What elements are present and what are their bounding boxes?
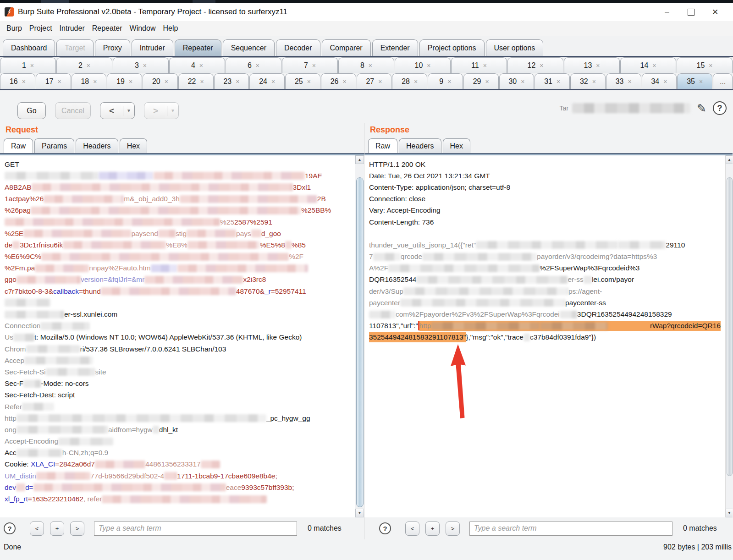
repeater-tab-1[interactable]: 1× (0, 57, 56, 73)
close-tab-icon[interactable]: × (312, 62, 316, 69)
minimize-button[interactable]: – (662, 7, 672, 16)
close-tab-icon[interactable]: × (129, 78, 132, 85)
scrollbar-thumb[interactable] (356, 177, 364, 507)
forward-split-button[interactable]: > ▼ (144, 102, 179, 119)
search-help-icon[interactable]: ? (379, 522, 391, 534)
tab-dashboard[interactable]: Dashboard (3, 39, 55, 56)
forward-dropdown-icon[interactable]: ▼ (167, 108, 178, 113)
repeater-tab-12[interactable]: 12× (507, 57, 563, 73)
close-tab-icon[interactable]: × (342, 78, 346, 85)
menu-help[interactable]: Help (159, 22, 182, 34)
close-tab-icon[interactable]: × (87, 62, 90, 69)
menu-project[interactable]: Project (26, 22, 56, 34)
scroll-up-icon[interactable]: ▲ (355, 155, 364, 164)
close-tab-icon[interactable]: × (256, 62, 259, 69)
repeater-tab-19[interactable]: 19× (107, 73, 142, 89)
tab-comparer[interactable]: Comparer (322, 39, 371, 56)
repeater-tab-30[interactable]: 30× (499, 73, 535, 89)
repeater-tab-25[interactable]: 25× (285, 73, 320, 89)
request-tab-headers[interactable]: Headers (76, 138, 118, 153)
repeater-tab-8[interactable]: 8× (338, 57, 394, 73)
tab-sequencer[interactable]: Sequencer (223, 39, 275, 56)
repeater-tab-29[interactable]: 29× (463, 73, 499, 89)
scroll-down-icon[interactable]: ▼ (355, 509, 364, 517)
menu-repeater[interactable]: Repeater (88, 22, 126, 34)
request-tab-raw[interactable]: Raw (4, 138, 33, 153)
repeater-tab-6[interactable]: 6× (226, 57, 281, 73)
close-tab-icon[interactable]: × (165, 78, 168, 85)
request-editor[interactable]: GET19AEA8B2AB3Dxl11actpay%26m&_obj_add0_… (0, 155, 364, 517)
go-button[interactable]: Go (17, 102, 46, 119)
repeater-tab-3[interactable]: 3× (113, 57, 169, 73)
tab-repeater[interactable]: Repeater (175, 39, 221, 56)
maximize-button[interactable] (688, 9, 694, 16)
repeater-tab-28[interactable]: 28× (392, 73, 427, 89)
menu-burp[interactable]: Burp (3, 22, 26, 34)
repeater-tab-11[interactable]: 11× (451, 57, 507, 73)
back-dropdown-icon[interactable]: ▼ (123, 108, 134, 113)
close-tab-icon[interactable]: × (143, 62, 147, 69)
tab-user-options[interactable]: User options (486, 39, 544, 56)
close-tab-icon[interactable]: × (699, 78, 703, 85)
menu-intruder[interactable]: Intruder (56, 22, 88, 34)
search-input[interactable] (94, 522, 297, 536)
close-tab-icon[interactable]: × (22, 78, 26, 85)
close-tab-icon[interactable]: × (378, 78, 382, 85)
close-tab-icon[interactable]: × (199, 62, 203, 69)
scroll-up-icon[interactable]: ▲ (726, 155, 733, 164)
repeater-tab-7[interactable]: 7× (282, 57, 338, 73)
repeater-tab-20[interactable]: 20× (143, 73, 178, 89)
repeater-tab-34[interactable]: 34× (642, 73, 677, 89)
request-tab-params[interactable]: Params (34, 138, 74, 153)
close-button[interactable]: ✕ (710, 7, 720, 17)
close-tab-icon[interactable]: × (592, 78, 596, 85)
back-arrow[interactable]: < (100, 106, 123, 116)
menu-window[interactable]: Window (126, 22, 160, 34)
search-input[interactable] (469, 522, 672, 536)
help-icon[interactable]: ? (713, 101, 727, 115)
response-editor[interactable]: HTTP/1.1 200 OKDate: Tue, 26 Oct 2021 13… (364, 155, 733, 517)
repeater-tab-10[interactable]: 10× (395, 57, 451, 73)
tab-proxy[interactable]: Proxy (95, 39, 130, 56)
search-case-button[interactable]: + (50, 522, 64, 536)
close-tab-icon[interactable]: × (57, 78, 61, 85)
close-tab-icon[interactable]: × (427, 62, 430, 69)
repeater-tab-35[interactable]: 35× (677, 73, 712, 89)
tab-intruder[interactable]: Intruder (132, 39, 173, 56)
edit-target-icon[interactable]: ✎ (697, 102, 706, 115)
repeater-tab-24[interactable]: 24× (249, 73, 285, 89)
scroll-down-icon[interactable]: ▼ (726, 509, 733, 517)
response-tab-raw[interactable]: Raw (368, 138, 397, 153)
repeater-tab-13[interactable]: 13× (564, 57, 620, 73)
repeater-tab-9[interactable]: 9× (428, 73, 463, 89)
response-scrollbar[interactable]: ▲ ▼ (725, 155, 733, 517)
close-tab-icon[interactable]: × (483, 62, 487, 69)
search-help-icon[interactable]: ? (4, 522, 16, 534)
close-tab-icon[interactable]: × (663, 78, 667, 85)
search-prev-button[interactable]: < (405, 522, 419, 536)
repeater-tab-18[interactable]: 18× (72, 73, 107, 89)
search-next-button[interactable]: > (70, 522, 84, 536)
repeater-tab-26[interactable]: 26× (321, 73, 356, 89)
close-tab-icon[interactable]: × (557, 78, 560, 85)
repeater-tab-22[interactable]: 22× (178, 73, 214, 89)
repeater-tab-32[interactable]: 32× (570, 73, 606, 89)
response-tab-hex[interactable]: Hex (443, 138, 470, 153)
close-tab-icon[interactable]: × (307, 78, 311, 85)
close-tab-icon[interactable]: × (485, 78, 489, 85)
close-tab-icon[interactable]: × (200, 78, 204, 85)
search-prev-button[interactable]: < (30, 522, 44, 536)
repeater-tab-17[interactable]: 17× (36, 73, 71, 89)
tab-decoder[interactable]: Decoder (276, 39, 320, 56)
repeater-tab-23[interactable]: 23× (214, 73, 249, 89)
repeater-tab-16[interactable]: 16× (0, 73, 35, 89)
close-tab-icon[interactable]: × (540, 62, 543, 69)
repeater-tab-15[interactable]: 15× (677, 57, 733, 73)
scrollbar-thumb[interactable] (727, 177, 733, 476)
repeater-tab-14[interactable]: 14× (620, 57, 676, 73)
repeater-tab-27[interactable]: 27× (357, 73, 392, 89)
cancel-button[interactable]: Cancel (55, 102, 91, 119)
forward-arrow[interactable]: > (144, 106, 167, 116)
repeater-tab-...[interactable]: ... (713, 73, 733, 89)
repeater-tab-33[interactable]: 33× (606, 73, 641, 89)
